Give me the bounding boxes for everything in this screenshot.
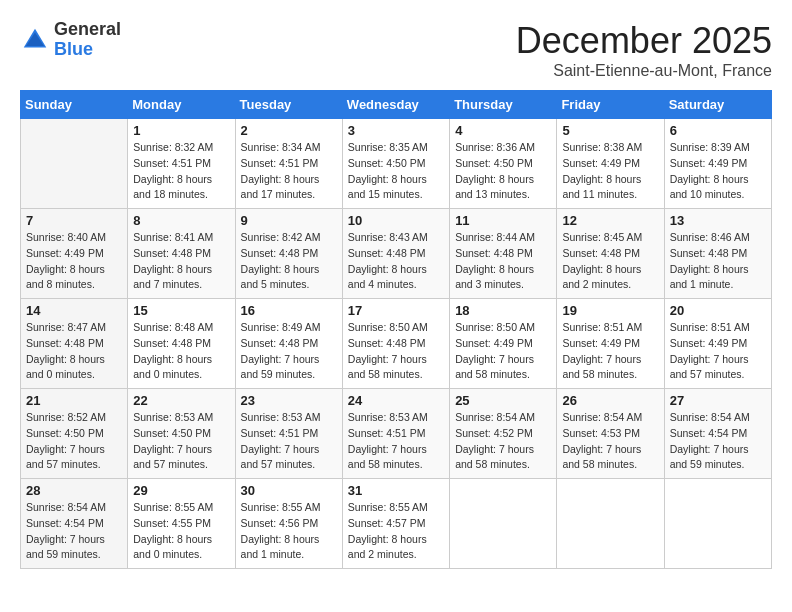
day-number: 30 [241,483,337,498]
day-number: 23 [241,393,337,408]
day-info: Sunrise: 8:50 AMSunset: 4:49 PMDaylight:… [455,320,551,383]
calendar-cell [450,479,557,569]
day-number: 5 [562,123,658,138]
calendar-cell: 11Sunrise: 8:44 AMSunset: 4:48 PMDayligh… [450,209,557,299]
week-row-1: 1Sunrise: 8:32 AMSunset: 4:51 PMDaylight… [21,119,772,209]
day-number: 27 [670,393,766,408]
calendar-cell: 7Sunrise: 8:40 AMSunset: 4:49 PMDaylight… [21,209,128,299]
calendar-cell: 22Sunrise: 8:53 AMSunset: 4:50 PMDayligh… [128,389,235,479]
day-info: Sunrise: 8:43 AMSunset: 4:48 PMDaylight:… [348,230,444,293]
day-number: 26 [562,393,658,408]
calendar-cell: 17Sunrise: 8:50 AMSunset: 4:48 PMDayligh… [342,299,449,389]
day-info: Sunrise: 8:47 AMSunset: 4:48 PMDaylight:… [26,320,122,383]
calendar-cell: 15Sunrise: 8:48 AMSunset: 4:48 PMDayligh… [128,299,235,389]
day-info: Sunrise: 8:39 AMSunset: 4:49 PMDaylight:… [670,140,766,203]
day-info: Sunrise: 8:48 AMSunset: 4:48 PMDaylight:… [133,320,229,383]
day-info: Sunrise: 8:54 AMSunset: 4:54 PMDaylight:… [670,410,766,473]
day-number: 22 [133,393,229,408]
day-number: 16 [241,303,337,318]
day-info: Sunrise: 8:55 AMSunset: 4:55 PMDaylight:… [133,500,229,563]
calendar-cell: 4Sunrise: 8:36 AMSunset: 4:50 PMDaylight… [450,119,557,209]
logo-general: General [54,20,121,40]
month-title: December 2025 [516,20,772,62]
day-info: Sunrise: 8:45 AMSunset: 4:48 PMDaylight:… [562,230,658,293]
location-title: Saint-Etienne-au-Mont, France [516,62,772,80]
day-info: Sunrise: 8:55 AMSunset: 4:56 PMDaylight:… [241,500,337,563]
col-header-saturday: Saturday [664,91,771,119]
calendar-cell: 21Sunrise: 8:52 AMSunset: 4:50 PMDayligh… [21,389,128,479]
day-number: 18 [455,303,551,318]
day-number: 15 [133,303,229,318]
day-number: 8 [133,213,229,228]
col-header-sunday: Sunday [21,91,128,119]
calendar-cell: 19Sunrise: 8:51 AMSunset: 4:49 PMDayligh… [557,299,664,389]
day-info: Sunrise: 8:50 AMSunset: 4:48 PMDaylight:… [348,320,444,383]
day-info: Sunrise: 8:35 AMSunset: 4:50 PMDaylight:… [348,140,444,203]
day-info: Sunrise: 8:54 AMSunset: 4:53 PMDaylight:… [562,410,658,473]
day-number: 20 [670,303,766,318]
calendar-table: SundayMondayTuesdayWednesdayThursdayFrid… [20,90,772,569]
day-info: Sunrise: 8:42 AMSunset: 4:48 PMDaylight:… [241,230,337,293]
day-info: Sunrise: 8:32 AMSunset: 4:51 PMDaylight:… [133,140,229,203]
day-number: 12 [562,213,658,228]
header-row: SundayMondayTuesdayWednesdayThursdayFrid… [21,91,772,119]
day-number: 2 [241,123,337,138]
col-header-tuesday: Tuesday [235,91,342,119]
day-number: 9 [241,213,337,228]
calendar-cell: 25Sunrise: 8:54 AMSunset: 4:52 PMDayligh… [450,389,557,479]
day-number: 29 [133,483,229,498]
calendar-cell: 13Sunrise: 8:46 AMSunset: 4:48 PMDayligh… [664,209,771,299]
day-number: 19 [562,303,658,318]
calendar-cell: 9Sunrise: 8:42 AMSunset: 4:48 PMDaylight… [235,209,342,299]
day-number: 13 [670,213,766,228]
calendar-cell: 2Sunrise: 8:34 AMSunset: 4:51 PMDaylight… [235,119,342,209]
col-header-wednesday: Wednesday [342,91,449,119]
week-row-3: 14Sunrise: 8:47 AMSunset: 4:48 PMDayligh… [21,299,772,389]
calendar-cell: 12Sunrise: 8:45 AMSunset: 4:48 PMDayligh… [557,209,664,299]
day-number: 10 [348,213,444,228]
day-info: Sunrise: 8:55 AMSunset: 4:57 PMDaylight:… [348,500,444,563]
day-number: 21 [26,393,122,408]
day-number: 14 [26,303,122,318]
logo-icon [20,25,50,55]
calendar-cell: 26Sunrise: 8:54 AMSunset: 4:53 PMDayligh… [557,389,664,479]
calendar-cell: 3Sunrise: 8:35 AMSunset: 4:50 PMDaylight… [342,119,449,209]
calendar-cell: 18Sunrise: 8:50 AMSunset: 4:49 PMDayligh… [450,299,557,389]
day-info: Sunrise: 8:34 AMSunset: 4:51 PMDaylight:… [241,140,337,203]
logo-text: General Blue [54,20,121,60]
day-info: Sunrise: 8:53 AMSunset: 4:51 PMDaylight:… [241,410,337,473]
day-info: Sunrise: 8:51 AMSunset: 4:49 PMDaylight:… [562,320,658,383]
day-info: Sunrise: 8:54 AMSunset: 4:54 PMDaylight:… [26,500,122,563]
calendar-cell: 31Sunrise: 8:55 AMSunset: 4:57 PMDayligh… [342,479,449,569]
day-info: Sunrise: 8:52 AMSunset: 4:50 PMDaylight:… [26,410,122,473]
col-header-friday: Friday [557,91,664,119]
calendar-cell [664,479,771,569]
title-block: December 2025 Saint-Etienne-au-Mont, Fra… [516,20,772,80]
day-info: Sunrise: 8:41 AMSunset: 4:48 PMDaylight:… [133,230,229,293]
calendar-cell: 1Sunrise: 8:32 AMSunset: 4:51 PMDaylight… [128,119,235,209]
page-header: General Blue December 2025 Saint-Etienne… [20,20,772,80]
day-number: 24 [348,393,444,408]
col-header-thursday: Thursday [450,91,557,119]
day-number: 25 [455,393,551,408]
calendar-cell: 28Sunrise: 8:54 AMSunset: 4:54 PMDayligh… [21,479,128,569]
calendar-cell: 16Sunrise: 8:49 AMSunset: 4:48 PMDayligh… [235,299,342,389]
day-number: 11 [455,213,551,228]
logo-blue: Blue [54,40,121,60]
day-number: 4 [455,123,551,138]
col-header-monday: Monday [128,91,235,119]
day-number: 6 [670,123,766,138]
day-number: 28 [26,483,122,498]
calendar-cell: 20Sunrise: 8:51 AMSunset: 4:49 PMDayligh… [664,299,771,389]
day-info: Sunrise: 8:44 AMSunset: 4:48 PMDaylight:… [455,230,551,293]
day-number: 1 [133,123,229,138]
calendar-cell: 23Sunrise: 8:53 AMSunset: 4:51 PMDayligh… [235,389,342,479]
calendar-cell: 8Sunrise: 8:41 AMSunset: 4:48 PMDaylight… [128,209,235,299]
day-info: Sunrise: 8:49 AMSunset: 4:48 PMDaylight:… [241,320,337,383]
day-number: 31 [348,483,444,498]
day-info: Sunrise: 8:46 AMSunset: 4:48 PMDaylight:… [670,230,766,293]
day-number: 17 [348,303,444,318]
day-info: Sunrise: 8:51 AMSunset: 4:49 PMDaylight:… [670,320,766,383]
calendar-cell: 14Sunrise: 8:47 AMSunset: 4:48 PMDayligh… [21,299,128,389]
day-number: 7 [26,213,122,228]
